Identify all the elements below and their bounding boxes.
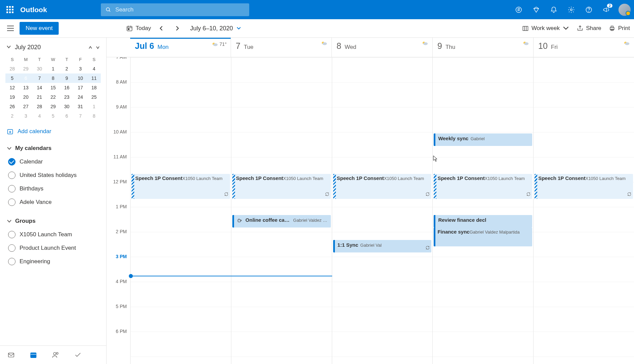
mini-cal-day[interactable]: 14 [33, 83, 46, 92]
mini-cal-collapse[interactable] [6, 44, 11, 51]
calendar-item[interactable]: Product Launch Event [7, 241, 99, 255]
mini-cal-day[interactable]: 28 [33, 102, 46, 111]
mini-cal-day[interactable]: 8 [46, 73, 60, 83]
calendar-nav-icon[interactable] [28, 349, 39, 361]
mini-cal-day[interactable]: 4 [33, 111, 46, 121]
my-calendars-header[interactable]: My calendars [7, 142, 99, 155]
next-week-button[interactable] [171, 22, 183, 34]
mini-cal-day[interactable]: 17 [74, 83, 87, 92]
skype-icon[interactable] [511, 2, 526, 17]
mini-cal-day[interactable]: 12 [5, 83, 19, 92]
calendar-item[interactable]: Calendar [7, 155, 99, 169]
mini-cal-day[interactable]: 11 [87, 73, 101, 83]
mini-cal-day[interactable]: 24 [74, 92, 87, 102]
mini-cal-day[interactable]: 3 [74, 64, 87, 73]
day-header[interactable]: 9Thu [432, 38, 533, 57]
mail-nav-icon[interactable] [5, 349, 17, 361]
mini-cal-prev[interactable] [88, 45, 93, 50]
help-icon[interactable] [581, 2, 596, 17]
share-button[interactable]: Share [577, 25, 601, 32]
calendar-event[interactable]: Review finance decl [434, 215, 532, 228]
mini-cal-day[interactable]: 30 [33, 64, 46, 73]
mini-cal-day[interactable]: 25 [87, 92, 101, 102]
mini-cal-day[interactable]: 1 [46, 64, 60, 73]
megaphone-icon[interactable]: 2 [599, 2, 614, 17]
calendar-item[interactable]: X1050 Launch Team [7, 228, 99, 241]
mini-cal-day[interactable]: 5 [5, 73, 19, 83]
day-column[interactable]: Speech 1P ConsentX1050 Launch Team [130, 57, 231, 364]
mini-cal-day[interactable]: 9 [60, 73, 74, 83]
date-range-dropdown[interactable]: July 6–10, 2020 [190, 25, 241, 32]
calendar-checkbox[interactable] [8, 199, 16, 206]
search-input[interactable] [115, 6, 244, 13]
mini-cal-day[interactable]: 28 [5, 64, 19, 73]
calendar-checkbox[interactable] [8, 244, 16, 252]
mini-cal-day[interactable]: 3 [19, 111, 32, 121]
mini-cal-day[interactable]: 7 [74, 111, 87, 121]
todo-nav-icon[interactable] [72, 349, 84, 361]
day-header[interactable]: Jul 6Mon71° [130, 38, 231, 57]
calendar-event[interactable]: 1:1 Sync Gabriel Val [333, 240, 432, 252]
groups-header[interactable]: Groups [7, 214, 99, 228]
mini-cal-day[interactable]: 23 [60, 92, 74, 102]
search-box[interactable] [101, 3, 249, 16]
bell-icon[interactable] [546, 2, 561, 17]
add-calendar-button[interactable]: Add calendar [0, 124, 106, 139]
calendar-item[interactable]: Adele Vance [7, 195, 99, 209]
people-nav-icon[interactable] [50, 349, 61, 361]
mini-cal-next[interactable] [95, 45, 100, 50]
mini-cal-day[interactable]: 31 [74, 102, 87, 111]
calendar-event[interactable]: Speech 1P ConsentX1050 Launch Team [535, 174, 633, 199]
calendar-checkbox[interactable] [8, 185, 16, 192]
mini-cal-day[interactable]: 18 [87, 83, 101, 92]
mini-cal-day[interactable]: 29 [46, 102, 60, 111]
mini-cal-day[interactable]: 7 [33, 73, 46, 83]
mini-cal-day[interactable]: 21 [33, 92, 46, 102]
new-event-button[interactable]: New event [20, 22, 59, 35]
mini-cal-day[interactable]: 13 [19, 83, 32, 92]
calendar-item[interactable]: Birthdays [7, 182, 99, 195]
calendar-event[interactable]: Weekly sync Gabriel [434, 133, 532, 146]
day-header[interactable]: 10Fri [533, 38, 634, 57]
calendar-item[interactable]: Engineering [7, 255, 99, 268]
app-launcher-icon[interactable] [3, 3, 16, 16]
mini-cal-day[interactable]: 10 [74, 73, 87, 83]
hamburger-icon[interactable] [4, 22, 17, 35]
calendar-event[interactable]: Speech 1P ConsentX1050 Launch Team [232, 174, 331, 199]
mini-cal-day[interactable]: 6 [60, 111, 74, 121]
mini-cal-day[interactable]: 30 [60, 102, 74, 111]
calendar-checkbox[interactable] [8, 172, 16, 179]
mini-cal-day[interactable]: 1 [87, 102, 101, 111]
calendar-body[interactable]: 7 AM8 AM9 AM10 AM11 AM12 PM1 PM2 PM3 PM4… [107, 57, 634, 364]
mini-cal-day[interactable]: 15 [46, 83, 60, 92]
calendar-event[interactable]: Online coffee catch-up Gabriel Valdez Ma… [232, 215, 331, 228]
mini-cal-day[interactable]: 22 [46, 92, 60, 102]
today-button[interactable]: Today [126, 25, 151, 32]
mini-cal-day[interactable]: 5 [46, 111, 60, 121]
mini-cal-day[interactable]: 26 [5, 102, 19, 111]
day-column[interactable]: Weekly sync GabrielSpeech 1P ConsentX105… [432, 57, 533, 364]
mini-cal-day[interactable]: 16 [60, 83, 74, 92]
calendar-checkbox[interactable] [8, 231, 16, 238]
mini-cal-day[interactable]: 2 [60, 64, 74, 73]
calendar-event[interactable]: Speech 1P ConsentX1050 Launch Team [434, 174, 532, 199]
calendar-item[interactable]: United States holidays [7, 169, 99, 182]
day-header[interactable]: 8Wed [332, 38, 432, 57]
calendar-event[interactable]: Speech 1P ConsentX1050 Launch Team [132, 174, 230, 199]
mini-cal-day[interactable]: 19 [5, 92, 19, 102]
diamond-icon[interactable] [529, 2, 544, 17]
print-button[interactable]: Print [609, 25, 630, 32]
calendar-event[interactable]: Finance syncGabriel Valdez Malpartida [434, 228, 532, 246]
day-column[interactable]: Speech 1P ConsentX1050 Launch Team [533, 57, 634, 364]
mini-cal-day[interactable]: 20 [19, 92, 32, 102]
mini-cal-day[interactable]: 27 [19, 102, 32, 111]
calendar-checkbox[interactable] [8, 158, 16, 165]
mini-cal-day[interactable]: 29 [19, 64, 32, 73]
mini-cal-day[interactable]: 8 [87, 111, 101, 121]
day-header[interactable]: 7Tue [231, 38, 332, 57]
day-column[interactable]: Speech 1P ConsentX1050 Launch Team1:1 Sy… [332, 57, 433, 364]
prev-week-button[interactable] [155, 22, 167, 34]
mini-cal-day[interactable]: 2 [5, 111, 19, 121]
view-selector[interactable]: Work week [522, 25, 569, 32]
mini-cal-day[interactable]: 6 [19, 73, 32, 83]
